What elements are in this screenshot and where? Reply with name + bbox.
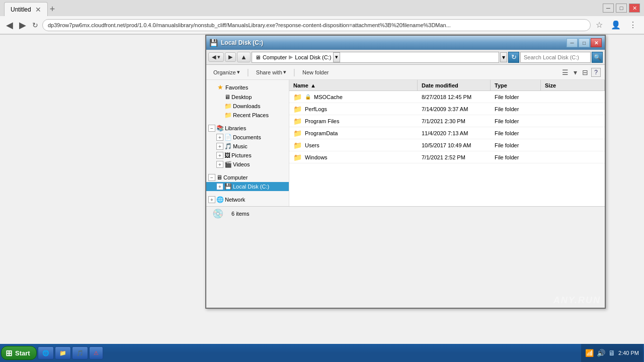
address-bar[interactable]: [42, 19, 591, 31]
taskbar-ie-button[interactable]: 🌐: [38, 346, 54, 359]
refresh-button[interactable]: ↻: [30, 20, 40, 30]
table-row[interactable]: 📁 Users 10/5/2017 10:49 AM File folder: [289, 139, 605, 151]
sidebar-item-computer[interactable]: − 🖥 Computer: [206, 173, 289, 182]
music-toggle[interactable]: +: [216, 143, 223, 150]
file-list: Name ▲ Date modified Type Size 📁: [289, 80, 605, 206]
sidebar-videos-label: Videos: [233, 161, 250, 167]
browser-chrome: Untitled ✕ + ─ □ ✕ ◀ ▶ ↻ ☆ 👤 ⋮: [0, 0, 644, 35]
column-header-type[interactable]: Type: [491, 80, 541, 90]
explorer-up-button[interactable]: ▲: [237, 52, 251, 62]
column-header-name[interactable]: Name ▲: [289, 80, 418, 90]
downloads-icon: 📁: [224, 103, 232, 110]
new-folder-label: New folder: [302, 69, 329, 75]
table-row[interactable]: 📁 🔒 MSOCache 8/27/2018 12:45 PM File fol…: [289, 91, 605, 103]
sidebar-item-documents[interactable]: + 📄 Documents: [206, 133, 289, 142]
column-header-size[interactable]: Size: [541, 80, 605, 90]
display-tray-icon[interactable]: 🖥: [608, 349, 615, 357]
system-tray: 📶 🔊 🖥 2:40 PM: [581, 344, 643, 362]
folder-icon: 📁: [293, 129, 302, 137]
sidebar-documents-label: Documents: [233, 134, 261, 140]
windows-logo-icon: ⊞: [6, 348, 12, 358]
taskbar-antivirus-button[interactable]: ⚠: [89, 346, 103, 359]
sidebar-item-local-disk[interactable]: + 💾 Local Disk (C:): [206, 182, 289, 191]
sidebar-item-desktop[interactable]: 🖥 Desktop: [206, 93, 289, 102]
network-toggle[interactable]: +: [208, 196, 215, 203]
documents-icon: 📄: [224, 134, 232, 141]
libraries-toggle[interactable]: −: [208, 125, 215, 132]
table-row[interactable]: 📁 Windows 7/1/2021 2:52 PM File folder: [289, 151, 605, 163]
breadcrumb-dropdown-button[interactable]: ▾: [333, 52, 340, 62]
file-date-cell: 8/27/2018 12:45 PM: [418, 94, 491, 100]
browser-close-button[interactable]: ✕: [629, 4, 640, 13]
table-row[interactable]: 📁 PerfLogs 7/14/2009 3:37 AM File folder: [289, 103, 605, 115]
browser-minimize-button[interactable]: ─: [603, 4, 614, 13]
file-type-cell: File folder: [491, 106, 541, 112]
file-type-cell: File folder: [491, 154, 541, 160]
nav-bar: ◀ ▶ ↻ ☆ 👤 ⋮: [0, 16, 644, 34]
system-clock[interactable]: 2:40 PM: [618, 350, 639, 356]
sidebar-item-music[interactable]: + 🎵 Music: [206, 142, 289, 151]
local-disk-toggle[interactable]: +: [216, 183, 223, 190]
back-button[interactable]: ◀: [4, 19, 15, 32]
account-button[interactable]: 👤: [608, 19, 624, 31]
address-dropdown-button[interactable]: ▾: [500, 52, 507, 62]
taskbar-media-button[interactable]: 🎵: [72, 346, 88, 359]
sidebar-item-downloads[interactable]: 📁 Downloads: [206, 102, 289, 111]
sidebar-item-recent[interactable]: 📁 Recent Places: [206, 111, 289, 120]
forward-button[interactable]: ▶: [17, 19, 28, 32]
bookmark-button[interactable]: ☆: [593, 19, 606, 31]
desktop-icon: 🖥: [224, 94, 230, 101]
sidebar-spacer-2: [206, 169, 289, 173]
table-row[interactable]: 📁 Program Files 7/1/2021 2:30 PM File fo…: [289, 115, 605, 127]
view-list-button[interactable]: ☰: [560, 67, 571, 77]
explorer-maximize-button[interactable]: □: [579, 38, 590, 47]
documents-toggle[interactable]: +: [216, 134, 223, 141]
explorer-minimize-button[interactable]: ─: [567, 38, 578, 47]
column-header-date[interactable]: Date modified: [418, 80, 491, 90]
search-input[interactable]: [520, 52, 591, 63]
sidebar-item-libraries[interactable]: − 📚 Libraries: [206, 124, 289, 133]
organize-button[interactable]: Organize ▾: [210, 68, 243, 76]
start-button[interactable]: ⊞ Start: [1, 346, 37, 360]
computer-toggle[interactable]: −: [208, 174, 215, 181]
pictures-toggle[interactable]: +: [216, 152, 223, 159]
breadcrumb-drive[interactable]: Local Disk (C:): [295, 54, 331, 60]
sidebar-network-label: Network: [225, 197, 245, 203]
file-type-cell: File folder: [491, 142, 541, 148]
view-dropdown-button[interactable]: ▾: [572, 67, 579, 77]
explorer-back-button[interactable]: ◀ ▾: [208, 52, 224, 62]
new-tab-button[interactable]: +: [50, 4, 55, 15]
start-label: Start: [15, 349, 30, 357]
search-go-button[interactable]: 🔍: [592, 52, 603, 63]
breadcrumb-computer[interactable]: Computer: [263, 54, 287, 60]
view-preview-button[interactable]: ⊟: [580, 67, 590, 77]
tab-close-button[interactable]: ✕: [35, 6, 41, 13]
help-button[interactable]: ?: [591, 68, 601, 77]
volume-tray-icon[interactable]: 🔊: [597, 349, 605, 357]
file-name-cell: 📁 ProgramData: [289, 129, 418, 137]
column-type-label: Type: [495, 82, 507, 88]
up-arrow-icon: ▲: [240, 53, 247, 61]
file-name-text: Users: [305, 142, 319, 148]
videos-toggle[interactable]: +: [216, 161, 223, 168]
refresh-address-button[interactable]: ↻: [508, 52, 519, 63]
sidebar-item-pictures[interactable]: + 🖼 Pictures: [206, 151, 289, 160]
new-folder-button[interactable]: New folder: [299, 68, 332, 76]
local-disk-icon: 💾: [224, 183, 232, 190]
share-with-button[interactable]: Share with ▾: [253, 68, 289, 76]
network-icon: 🌐: [216, 196, 224, 203]
browser-maximize-button[interactable]: □: [616, 4, 627, 13]
explorer-forward-button[interactable]: ▶: [225, 52, 236, 62]
network-tray-icon[interactable]: 📶: [585, 349, 594, 357]
browser-menu-button[interactable]: ⋮: [626, 19, 640, 31]
explorer-close-button[interactable]: ✕: [591, 38, 602, 47]
sidebar-computer-label: Computer: [223, 174, 248, 180]
sidebar-downloads-label: Downloads: [233, 103, 260, 109]
folder-icon: 📁: [293, 105, 302, 113]
favorites-label[interactable]: Favorites: [225, 84, 248, 90]
browser-tab[interactable]: Untitled ✕: [4, 2, 48, 16]
sidebar-item-network[interactable]: + 🌐 Network: [206, 195, 289, 204]
sidebar-item-videos[interactable]: + 🎬 Videos: [206, 160, 289, 169]
table-row[interactable]: 📁 ProgramData 11/4/2020 7:13 AM File fol…: [289, 127, 605, 139]
taskbar-explorer-button[interactable]: 📁: [55, 346, 71, 359]
